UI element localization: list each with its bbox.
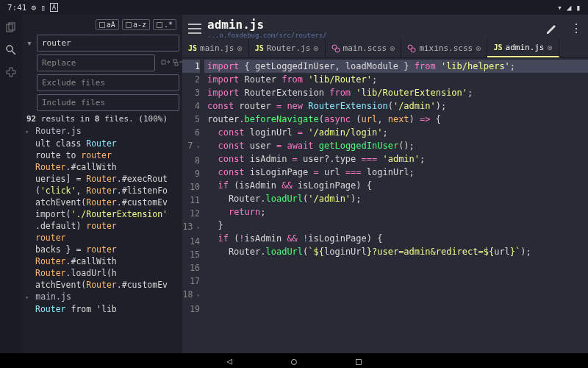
line-gutter: 1234567 ▾8910111213 ▾1415161718 ▾19 (182, 58, 204, 353)
tab-Router-js[interactable]: JSRouter.js⊗ (249, 39, 326, 57)
tab-icon: ▯ (40, 3, 46, 13)
close-icon[interactable]: ⊗ (476, 43, 481, 54)
svg-rect-6 (175, 63, 178, 66)
a-icon: A (50, 3, 58, 12)
js-icon: JS (188, 44, 197, 52)
result-match[interactable]: .default) router (25, 220, 179, 232)
files-icon[interactable] (5, 22, 17, 34)
result-match[interactable]: backs } = router (25, 244, 179, 255)
result-file-header[interactable]: ▾ Router.js (25, 125, 179, 138)
result-match[interactable]: Router.#callWith (25, 161, 179, 173)
result-match[interactable]: route to router (25, 149, 179, 161)
include-files-input[interactable] (37, 94, 179, 111)
nav-back-icon[interactable]: ◁ (226, 355, 232, 367)
more-icon[interactable]: ⋮ (570, 21, 582, 35)
search-icon[interactable] (5, 44, 17, 56)
file-path: ...o.foxdebug.com/src/routers/ (207, 32, 539, 39)
result-match[interactable]: Router.#callWith (25, 255, 179, 267)
whole-word-toggle[interactable]: a-z (122, 19, 150, 30)
result-match[interactable]: router (25, 232, 179, 244)
tab-admin-js[interactable]: JSadmin.js⊗ (487, 39, 559, 57)
close-icon[interactable]: ⊗ (237, 43, 242, 54)
svg-point-8 (335, 48, 340, 52)
editor-area: admin.js ...o.foxdebug.com/src/routers/ … (182, 15, 588, 353)
replace-all-icon[interactable] (173, 58, 183, 68)
tab-main-scss[interactable]: main.scss⊗ (326, 39, 402, 57)
tab-mixins-scss[interactable]: mixins.scss⊗ (401, 39, 487, 57)
svg-rect-4 (162, 60, 165, 64)
signal-icon: ◢ (567, 3, 572, 13)
search-results-tree: ▾ Router.jsult class Routerroute to rout… (25, 125, 179, 315)
scss-icon (331, 44, 340, 53)
extensions-icon[interactable] (5, 66, 17, 78)
result-match[interactable]: ueries] = Router.#execRout (25, 173, 179, 185)
js-icon: JS (493, 43, 502, 52)
match-case-toggle[interactable]: aA (96, 19, 119, 30)
result-match[interactable]: atchEvent(Router.#customEv (25, 279, 179, 291)
activity-bar (0, 15, 22, 353)
svg-point-10 (411, 48, 415, 52)
result-match[interactable]: ult class Router (25, 138, 179, 149)
result-match[interactable]: ('click', Router.#listenFo (25, 185, 179, 197)
file-title: admin.js (207, 18, 539, 32)
tab-main-js[interactable]: JSmain.js⊗ (182, 39, 249, 57)
svg-point-2 (7, 46, 12, 52)
close-icon[interactable]: ⊗ (548, 43, 553, 53)
svg-line-3 (12, 51, 15, 54)
results-summary: 92 results in 8 files. (100%) (26, 114, 179, 124)
nav-recent-icon[interactable]: □ (356, 355, 362, 367)
result-match[interactable]: atchEvent(Router.#customEv (25, 197, 179, 208)
search-panel: aA a-z .* ▼ 92 results in 8 files. (100%… (22, 15, 182, 353)
result-match[interactable]: import('./RouterExtension' (25, 208, 179, 220)
replace-one-icon[interactable] (161, 58, 171, 68)
wifi-icon: ▾ (557, 3, 562, 13)
code-body[interactable]: import { getLoggedInUser, loadModule } f… (204, 58, 588, 353)
menu-icon[interactable] (188, 24, 201, 34)
exclude-files-input[interactable] (37, 74, 179, 91)
close-icon[interactable]: ⊗ (313, 43, 318, 54)
replace-input[interactable] (37, 54, 155, 71)
svg-rect-5 (173, 60, 176, 63)
battery-icon: ▮ (576, 3, 581, 13)
android-navbar: ◁ ○ □ (0, 353, 588, 368)
result-match[interactable]: Router from 'lib (25, 303, 179, 315)
result-file-header[interactable]: ▾ main.js (25, 291, 179, 303)
result-match[interactable]: Router.loadUrl(h (25, 267, 179, 279)
search-input[interactable] (37, 35, 179, 52)
scss-icon (407, 44, 416, 53)
search-expand-toggle[interactable]: ▼ (25, 40, 34, 47)
js-icon: JS (255, 44, 264, 52)
nav-home-icon[interactable]: ○ (291, 355, 297, 367)
regex-toggle[interactable]: .* (153, 19, 176, 30)
gear-icon: ⚙ (32, 3, 37, 13)
android-statusbar: 7:41 ⚙ ▯ A ▾ ◢ ▮ (0, 0, 588, 15)
editor-tabs: JSmain.js⊗JSRouter.js⊗main.scss⊗mixins.s… (182, 39, 588, 58)
close-icon[interactable]: ⊗ (390, 43, 395, 54)
edit-icon[interactable] (545, 22, 559, 35)
clock: 7:41 (7, 3, 27, 13)
